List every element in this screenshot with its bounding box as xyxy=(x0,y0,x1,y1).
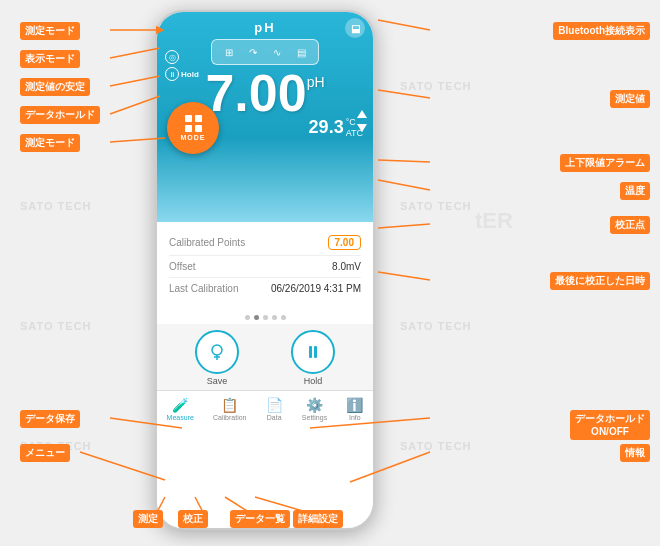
phone-device: pH ⊞ ↷ ∿ ▤ ◎ ⏸ Hold 7.00 pH 29.3 °C ATC xyxy=(155,10,375,530)
annotation-last-calibration: 最後に校正した日時 xyxy=(550,272,650,290)
dot-1 xyxy=(245,315,250,320)
annotation-bluetooth: Bluetooth接続表示 xyxy=(553,22,650,40)
svg-marker-0 xyxy=(357,110,367,118)
svg-line-9 xyxy=(110,76,160,86)
hold-label: Hold xyxy=(304,376,323,386)
annotation-settings-nav: 詳細設定 xyxy=(293,510,343,528)
calibrated-value-badge: 7.00 xyxy=(328,235,361,250)
hold-icon: ⏸ xyxy=(165,67,179,81)
stability-icon: ◎ xyxy=(165,50,179,64)
annotation-measurement-value: 測定値 xyxy=(610,90,650,108)
settings-icon: ⚙️ xyxy=(306,397,323,413)
alarm-icon xyxy=(355,110,369,134)
annotation-calibration-point: 校正点 xyxy=(610,216,650,234)
watermark-4: SATO TECH xyxy=(400,200,472,212)
watermark-2: SATO TECH xyxy=(400,80,472,92)
calibrated-points-row: Calibrated Points 7.00 xyxy=(169,230,361,256)
svg-line-17 xyxy=(378,272,430,280)
dot-4 xyxy=(272,315,277,320)
grid-view-icon[interactable]: ⊞ xyxy=(220,43,238,61)
ter-watermark: tER xyxy=(475,208,513,234)
offset-value: 8.0mV xyxy=(332,261,361,272)
nav-calibration[interactable]: 📋 Calibration xyxy=(209,395,250,423)
calibration-icon: 📋 xyxy=(221,397,238,413)
hold-button[interactable]: Hold xyxy=(291,330,335,386)
nav-info[interactable]: ℹ️ Info xyxy=(342,395,367,423)
ph-label: pH xyxy=(254,20,275,35)
svg-line-13 xyxy=(378,90,430,98)
annotation-data-save: データ保存 xyxy=(20,410,80,428)
annotation-temperature: 温度 xyxy=(620,182,650,200)
watermark-3: SATO TECH xyxy=(20,200,92,212)
svg-line-15 xyxy=(378,180,430,190)
chart-icon[interactable]: ↷ xyxy=(244,43,262,61)
data-label: Data xyxy=(267,414,282,421)
annotation-data-hold-onoff: データホールドON/OFF xyxy=(570,410,650,440)
last-cal-value: 06/26/2019 4:31 PM xyxy=(271,283,361,294)
last-cal-label: Last Calibration xyxy=(169,283,238,294)
bottom-navigation: 🧪 Measure 📋 Calibration 📄 Data ⚙️ Settin… xyxy=(157,390,373,427)
annotation-stability: 測定値の安定 xyxy=(20,78,90,96)
measure-icon: 🧪 xyxy=(172,397,189,413)
mode-grid-icon xyxy=(185,115,202,132)
watermark-5: SATO TECH xyxy=(20,320,92,332)
phone-display-area: pH ⊞ ↷ ∿ ▤ ◎ ⏸ Hold 7.00 pH 29.3 °C ATC xyxy=(157,12,373,222)
hold-indicator: ⏸ Hold xyxy=(165,67,199,81)
nav-measure[interactable]: 🧪 Measure xyxy=(163,395,198,423)
annotation-measure-nav: 測定 xyxy=(133,510,163,528)
annotation-alarm: 上下限値アラーム xyxy=(560,154,650,172)
svg-line-8 xyxy=(110,48,160,58)
measure-label: Measure xyxy=(167,414,194,421)
mode-label: MODE xyxy=(181,134,206,141)
hold-circle[interactable] xyxy=(291,330,335,374)
nav-settings[interactable]: ⚙️ Settings xyxy=(298,395,331,423)
svg-line-16 xyxy=(378,224,430,228)
ph-numeric-value: 7.00 xyxy=(205,67,306,119)
settings-label: Settings xyxy=(302,414,327,421)
watermark-6: SATO TECH xyxy=(400,320,472,332)
annotation-measurement-mode-top: 測定モード xyxy=(20,22,80,40)
svg-line-10 xyxy=(110,96,160,114)
watermark-8: SATO TECH xyxy=(400,440,472,452)
data-icon: 📄 xyxy=(266,397,283,413)
wave-icon[interactable]: ∿ xyxy=(268,43,286,61)
calibration-label: Calibration xyxy=(213,414,246,421)
action-buttons-area: Save Hold xyxy=(157,324,373,390)
info-label: Info xyxy=(349,414,361,421)
info-icon: ℹ️ xyxy=(346,397,363,413)
dot-5 xyxy=(281,315,286,320)
mode-button[interactable]: MODE xyxy=(167,102,219,154)
annotation-data-hold: データホールド xyxy=(20,106,100,124)
svg-marker-1 xyxy=(357,124,367,132)
calibration-info-section: Calibrated Points 7.00 Offset 8.0mV Last… xyxy=(157,222,373,307)
ph-unit: pH xyxy=(307,75,325,89)
offset-row: Offset 8.0mV xyxy=(169,256,361,278)
annotation-data-nav: データ一覧 xyxy=(230,510,290,528)
bluetooth-icon[interactable]: ⬓ xyxy=(345,18,365,38)
svg-line-14 xyxy=(378,160,430,162)
calibrated-points-label: Calibrated Points xyxy=(169,237,245,248)
save-circle[interactable] xyxy=(195,330,239,374)
temp-numeric: 29.3 xyxy=(309,117,344,138)
annotation-menu: メニュー xyxy=(20,444,70,462)
svg-rect-6 xyxy=(314,346,317,358)
save-button[interactable]: Save xyxy=(195,330,239,386)
annotation-measurement-mode-mid: 測定モード xyxy=(20,134,80,152)
svg-rect-5 xyxy=(309,346,312,358)
annotation-calibrate-nav: 校正 xyxy=(178,510,208,528)
table-icon[interactable]: ▤ xyxy=(292,43,310,61)
dot-3 xyxy=(263,315,268,320)
display-mode-selector[interactable]: ⊞ ↷ ∿ ▤ xyxy=(211,39,319,65)
nav-data[interactable]: 📄 Data xyxy=(262,395,287,423)
offset-label: Offset xyxy=(169,261,196,272)
dot-2 xyxy=(254,315,259,320)
annotation-info: 情報 xyxy=(620,444,650,462)
svg-line-12 xyxy=(378,20,430,30)
svg-line-19 xyxy=(80,452,165,480)
last-calibration-row: Last Calibration 06/26/2019 4:31 PM xyxy=(169,278,361,299)
svg-point-2 xyxy=(212,345,222,355)
page-dots xyxy=(157,307,373,324)
main-measurement-value: 7.00 pH xyxy=(205,67,324,119)
annotation-display-mode: 表示モード xyxy=(20,50,80,68)
hold-text: Hold xyxy=(181,70,199,79)
